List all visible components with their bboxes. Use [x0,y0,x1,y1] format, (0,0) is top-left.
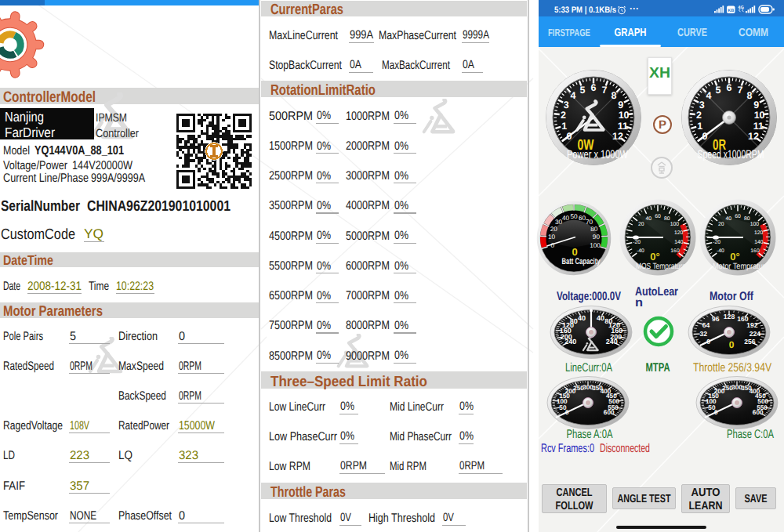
svg-text:100: 100 [590,242,601,249]
svg-text:224: 224 [749,329,760,337]
svg-text:60: 60 [655,214,661,219]
svg-text:600: 600 [604,409,615,416]
svg-text:600: 600 [753,409,764,416]
svg-text:8: 8 [612,90,617,101]
svg-text:-20: -20 [633,240,641,245]
svg-text:-40: -40 [637,248,644,254]
svg-text:128: 128 [723,313,735,320]
svg-text:5: 5 [580,85,586,96]
svg-text:9: 9 [618,100,623,110]
svg-text:70: 70 [586,219,593,226]
svg-text:80: 80 [590,226,598,233]
svg-text:1: 1 [561,121,567,132]
svg-text:4: 4 [706,90,711,101]
svg-text:9: 9 [753,100,759,110]
svg-text:140: 140 [754,240,764,245]
svg-text:120: 120 [674,230,684,236]
svg-text:240: 240 [605,338,617,346]
svg-text:80: 80 [664,216,670,222]
svg-text:3: 3 [699,100,705,110]
svg-text:20: 20 [718,222,724,227]
svg-text:Batt Capacity: Batt Capacity [562,257,601,266]
svg-text:2: 2 [696,110,702,121]
svg-text:Power x 1000W: Power x 1000W [567,148,629,161]
svg-text:80: 80 [744,216,750,222]
svg-text:1: 1 [697,121,702,132]
svg-text:3: 3 [564,100,569,110]
svg-text:100: 100 [670,222,680,227]
svg-text:10: 10 [754,110,765,121]
svg-text:40: 40 [725,216,731,222]
svg-text:20: 20 [550,226,558,233]
svg-text:Motor Temprature: Motor Temprature [713,262,769,271]
svg-text:256: 256 [744,338,756,346]
svg-text:-40: -40 [717,248,724,254]
svg-text:240: 240 [564,338,576,346]
svg-text:Speed x1000RPM: Speed x1000RPM [698,148,764,161]
svg-text:64: 64 [702,321,710,329]
svg-text:96: 96 [711,315,719,323]
svg-text:KB: KB [728,9,734,13]
svg-text:-20: -20 [713,240,720,245]
svg-text:20: 20 [638,222,644,227]
svg-text:140: 140 [674,240,684,245]
svg-text:100: 100 [750,222,760,227]
svg-text:160: 160 [670,248,680,254]
svg-text:2: 2 [561,110,566,121]
svg-text:120: 120 [754,230,764,236]
svg-text:MOS Temprature: MOS Temprature [636,262,686,271]
svg-text:60: 60 [735,214,741,219]
svg-text:0: 0 [572,246,577,258]
svg-text:10: 10 [619,110,630,121]
svg-text:6: 6 [591,82,597,93]
svg-text:6: 6 [727,82,732,93]
svg-text:10: 10 [548,233,556,241]
svg-text:160: 160 [750,248,760,254]
svg-text:32: 32 [699,329,707,337]
svg-text:5: 5 [716,85,721,96]
svg-text:7: 7 [738,85,743,96]
svg-text:50: 50 [570,213,578,220]
svg-text:0: 0 [728,339,734,350]
svg-text:12: 12 [612,131,623,142]
svg-text:90: 90 [593,233,601,241]
svg-text:8: 8 [747,90,753,101]
svg-text:40: 40 [645,216,652,222]
svg-text:192: 192 [746,321,758,329]
svg-text:4: 4 [570,90,575,101]
svg-text:40: 40 [578,313,586,321]
svg-text:7: 7 [602,85,608,96]
svg-text:12: 12 [748,131,759,142]
svg-text:40: 40 [562,215,570,222]
svg-text:40: 40 [596,313,604,321]
